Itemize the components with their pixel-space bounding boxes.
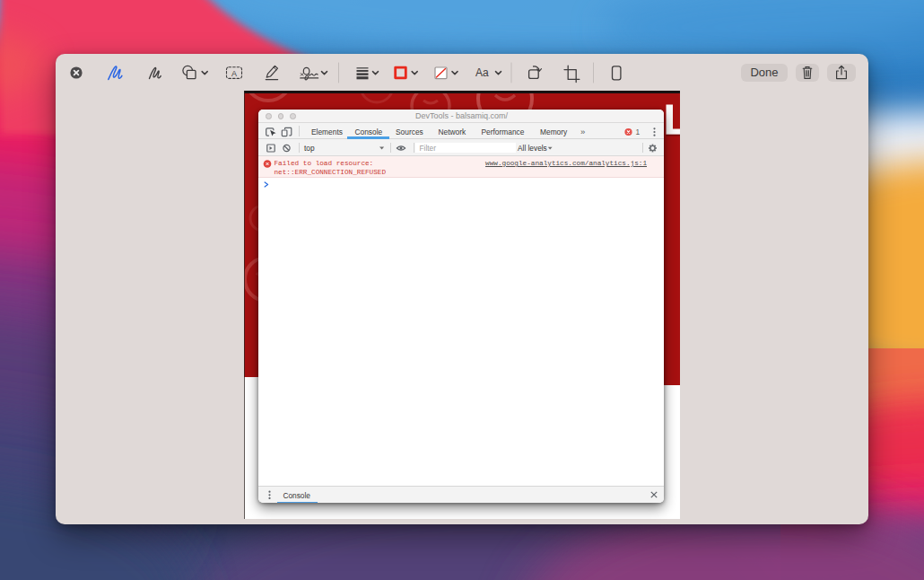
svg-text:A: A: [231, 69, 237, 78]
svg-text:Aa: Aa: [475, 66, 489, 79]
